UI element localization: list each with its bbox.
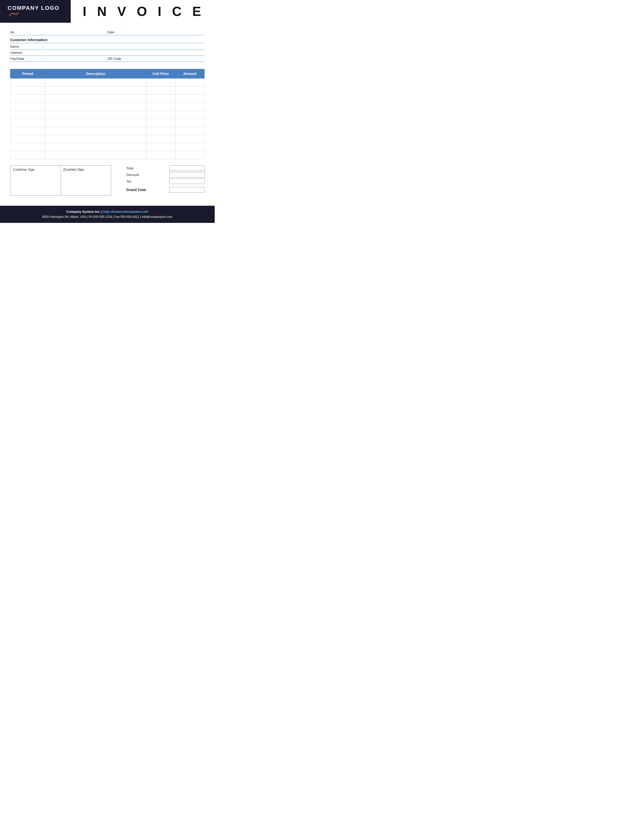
date-field: Date : bbox=[107, 30, 204, 34]
address-colon: : bbox=[42, 51, 43, 55]
customer-name-row: Name : bbox=[10, 43, 204, 50]
cell-period-7 bbox=[10, 135, 45, 143]
grand-total-row: Grand Total bbox=[126, 187, 204, 193]
cell-description-8 bbox=[45, 143, 146, 151]
tax-value-box bbox=[169, 178, 204, 184]
footer-line1: Company System Inc. | http://freewordtem… bbox=[5, 209, 209, 215]
cell-description-2 bbox=[45, 95, 146, 103]
logo-area: COMPANY LOGO bbox=[0, 0, 71, 23]
cell-unit-price-9 bbox=[146, 151, 175, 159]
total-value-box bbox=[169, 165, 204, 171]
footer-company-name: Company System Inc. | bbox=[66, 210, 103, 214]
cashier-sign-label: [Cashier] Sign bbox=[63, 167, 84, 171]
customer-section-title: Customer Information: bbox=[10, 38, 204, 43]
cell-period-8 bbox=[10, 143, 45, 151]
cashier-sign-box: [Cashier] Sign bbox=[61, 165, 111, 196]
cell-period-5 bbox=[10, 119, 45, 127]
cell-period-6 bbox=[10, 127, 45, 135]
cell-period-2 bbox=[10, 95, 45, 103]
cell-unit-price-3 bbox=[146, 103, 175, 111]
cell-amount-0 bbox=[175, 79, 204, 87]
col-description-header: Description bbox=[45, 69, 146, 79]
cell-amount-2 bbox=[175, 95, 204, 103]
cell-amount-8 bbox=[175, 143, 204, 151]
cell-period-3 bbox=[10, 103, 45, 111]
total-row: Total bbox=[126, 165, 204, 171]
date-value bbox=[127, 30, 204, 34]
grand-total-label: Grand Total bbox=[126, 188, 169, 192]
cell-amount-7 bbox=[175, 135, 204, 143]
logo-arc-icon bbox=[9, 11, 19, 17]
header-right: I N V O I C E bbox=[71, 0, 215, 23]
customer-section: Customer Information: Name : Address : C… bbox=[10, 38, 204, 62]
cell-description-1 bbox=[45, 87, 146, 95]
city-state-colon: : bbox=[42, 57, 43, 61]
cell-description-9 bbox=[45, 151, 146, 159]
table-row bbox=[10, 103, 204, 111]
cell-unit-price-8 bbox=[146, 143, 175, 151]
tax-row: Tax bbox=[126, 178, 204, 184]
cell-amount-6 bbox=[175, 127, 204, 135]
cell-description-6 bbox=[45, 127, 146, 135]
footer-link[interactable]: http://freewordtemplates.net/ bbox=[103, 210, 148, 214]
bottom-section: Customer Sign [Cashier] Sign Total Disco… bbox=[10, 165, 204, 196]
cell-unit-price-0 bbox=[146, 79, 175, 87]
logo-text: COMPANY LOGO bbox=[8, 5, 71, 18]
no-date-row: No : Date : bbox=[10, 30, 204, 35]
table-row bbox=[10, 87, 204, 95]
discount-row: Discount bbox=[126, 172, 204, 177]
cell-description-4 bbox=[45, 111, 146, 119]
zip-label: ZIP Code bbox=[107, 57, 125, 61]
table-row bbox=[10, 127, 204, 135]
no-value bbox=[30, 30, 107, 34]
address-label: Address bbox=[10, 51, 40, 55]
cell-unit-price-1 bbox=[146, 87, 175, 95]
cell-period-0 bbox=[10, 79, 45, 87]
page-header: COMPANY LOGO I N V O I C E bbox=[0, 0, 215, 23]
invoice-title: I N V O I C E bbox=[83, 4, 205, 19]
grand-total-value-box bbox=[169, 187, 204, 193]
name-value bbox=[45, 45, 204, 48]
totals-spacer bbox=[126, 185, 204, 187]
table-header-row: Period Description Unit Price Amount bbox=[10, 69, 204, 79]
cell-unit-price-2 bbox=[146, 95, 175, 103]
address-value bbox=[45, 51, 204, 55]
total-label: Total bbox=[126, 166, 169, 170]
cell-period-4 bbox=[10, 111, 45, 119]
col-period-header: Period bbox=[10, 69, 45, 79]
date-colon: : bbox=[124, 30, 126, 34]
customer-sign-label: Customer Sign bbox=[13, 167, 35, 171]
tax-label: Tax bbox=[126, 180, 169, 183]
zip-value bbox=[130, 57, 204, 61]
cell-unit-price-4 bbox=[146, 111, 175, 119]
table-row bbox=[10, 95, 204, 103]
footer-line2: 8030 Harrington Rd, Miami, USA | Ph 555-… bbox=[5, 215, 209, 219]
name-colon: : bbox=[42, 45, 43, 48]
invoice-table: Period Description Unit Price Amount bbox=[10, 69, 204, 159]
table-row bbox=[10, 111, 204, 119]
cell-amount-4 bbox=[175, 111, 204, 119]
no-field: No : bbox=[10, 30, 107, 34]
city-state-part: City/State : bbox=[10, 57, 107, 61]
totals-table: Total Discount Tax Grand Total bbox=[126, 165, 204, 194]
cell-description-0 bbox=[45, 79, 146, 87]
cell-amount-5 bbox=[175, 119, 204, 127]
table-row bbox=[10, 79, 204, 87]
city-state-value bbox=[45, 57, 107, 61]
cell-description-7 bbox=[45, 135, 146, 143]
date-label: Date bbox=[107, 30, 122, 34]
discount-value-box bbox=[169, 172, 204, 177]
col-unit-price-header: Unit Price bbox=[146, 69, 175, 79]
logo-label: COMPANY LOGO bbox=[8, 5, 60, 11]
cell-period-1 bbox=[10, 87, 45, 95]
zip-part: ZIP Code : bbox=[107, 57, 204, 61]
table-row bbox=[10, 151, 204, 159]
city-state-label: City/State bbox=[10, 57, 40, 61]
content-area: No : Date : Customer Information: Name :… bbox=[0, 23, 215, 196]
sign-boxes: Customer Sign [Cashier] Sign bbox=[10, 165, 116, 196]
table-row bbox=[10, 119, 204, 127]
customer-address-row: Address : bbox=[10, 50, 204, 56]
no-colon: : bbox=[27, 30, 28, 34]
page-footer: Company System Inc. | http://freewordtem… bbox=[0, 206, 215, 223]
customer-city-zip-row: City/State : ZIP Code : bbox=[10, 56, 204, 62]
